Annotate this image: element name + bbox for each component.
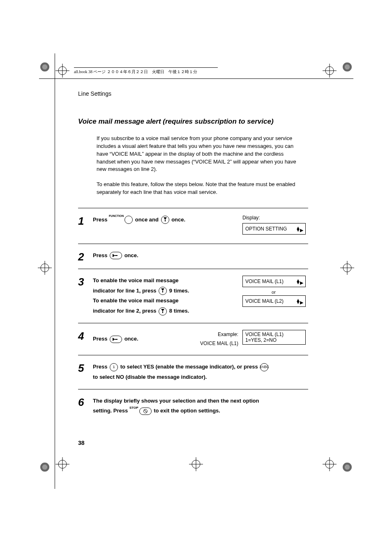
text: once. — [125, 336, 138, 342]
step-3: 3 To enable the voice mail message indic… — [78, 269, 308, 323]
step-1: 1 Press FUNCTION once and once. Display:… — [78, 208, 308, 244]
step-display: VOICE MAIL (L1) 1=YES, 2=NO — [242, 330, 308, 347]
display-text: VOICE MAIL (L1) — [245, 279, 284, 284]
step-instruction: Press 1 to select YES (enable the messag… — [93, 362, 308, 382]
right-arrow-key-icon — [110, 336, 122, 343]
intro-paragraph-1: If you subscribe to a voice mail service… — [97, 135, 302, 173]
text: once and — [135, 216, 160, 223]
step-instruction: The display briefly shows your selection… — [93, 396, 308, 416]
example-value: VOICE MAIL (L1) — [193, 339, 238, 348]
keypad-2-icon: 2ABC — [260, 363, 268, 371]
corner-mark-bl — [40, 463, 49, 472]
display-text: 1=YES, 2=NO — [245, 337, 303, 343]
registration-mark — [323, 64, 337, 78]
down-arrow-key-icon — [159, 287, 167, 295]
step-4: 4 Press once. Example: VOICE MAIL (L1) V… — [78, 323, 308, 356]
text: once. — [125, 252, 138, 258]
nav-arrows-icon: ▲▼▶ — [296, 279, 303, 284]
down-arrow-key-icon — [159, 307, 167, 315]
corner-mark-tl — [40, 62, 49, 71]
lcd-display-box: VOICE MAIL (L1) ▲▼▶ — [242, 276, 306, 287]
registration-mark — [189, 457, 203, 471]
corner-mark-tr — [343, 62, 352, 71]
display-text: VOICE MAIL (L2) — [245, 298, 284, 304]
source-meta-line: all.book 38 ページ ２００４年６月２２日 火曜日 午後１２時１分 — [74, 67, 218, 75]
step-number: 1 — [78, 215, 93, 226]
page-number: 38 — [78, 440, 85, 446]
registration-mark — [323, 457, 337, 471]
down-arrow-key-icon — [161, 216, 169, 224]
text: 9 times. — [169, 288, 189, 294]
nav-arrows-icon: ▲▼▶ — [296, 226, 303, 231]
page-content: Line Settings Voice mail message alert (… — [78, 90, 308, 423]
steps-list: 1 Press FUNCTION once and once. Display:… — [78, 208, 308, 423]
text: indicator for line 1, press — [93, 288, 158, 294]
registration-mark — [340, 261, 354, 275]
text: To enable the voice mail message — [93, 296, 242, 306]
step-5: 5 Press 1 to select YES (enable the mess… — [78, 355, 308, 389]
step-instruction: Press once. Example: VOICE MAIL (L1) — [93, 330, 242, 349]
or-label: or — [242, 290, 305, 295]
display-text: OPTION SETTING — [245, 226, 287, 232]
step-6: 6 The display briefly shows your selecti… — [78, 389, 308, 423]
crop-line — [55, 53, 55, 489]
example-block: Example: VOICE MAIL (L1) — [193, 330, 242, 349]
step-number: 3 — [78, 276, 93, 287]
step-instruction: Press once. — [93, 251, 242, 261]
text: 8 times. — [169, 308, 189, 314]
registration-mark — [55, 64, 69, 78]
text: to exit the option settings. — [154, 408, 220, 414]
step-instruction: Press FUNCTION once and once. — [93, 215, 242, 225]
text: setting. Press — [93, 408, 129, 414]
text: Press — [93, 252, 109, 258]
intro-paragraph-2: To enable this feature, follow the steps… — [97, 181, 302, 196]
step-display: VOICE MAIL (L1) ▲▼▶ or VOICE MAIL (L2) ▲… — [242, 276, 308, 309]
right-arrow-key-icon — [110, 252, 122, 259]
stop-key-icon — [139, 408, 152, 415]
function-key-icon — [125, 216, 133, 224]
lcd-display-box: VOICE MAIL (L2) ▲▼▶ — [242, 295, 306, 307]
display-label: Display: — [242, 215, 308, 221]
text: to select YES (enable the message indica… — [120, 364, 260, 370]
step-number: 2 — [78, 251, 93, 262]
lcd-display-box: VOICE MAIL (L1) 1=YES, 2=NO — [242, 330, 306, 345]
display-text: VOICE MAIL (L1) — [245, 332, 303, 337]
registration-mark — [38, 261, 52, 275]
text: Press — [93, 336, 109, 342]
stop-key-label: STOP — [129, 405, 138, 411]
text: To enable the voice mail message — [93, 276, 242, 286]
nav-arrows-icon: ▲▼▶ — [296, 299, 303, 304]
registration-mark — [55, 457, 69, 471]
example-label: Example: — [193, 330, 238, 339]
text: The display briefly shows your selection… — [93, 396, 308, 406]
step-number: 6 — [78, 396, 93, 408]
step-number: 4 — [78, 330, 93, 341]
crop-line — [39, 78, 353, 79]
corner-mark-br — [343, 463, 352, 472]
text: once. — [171, 216, 185, 223]
running-header: Line Settings — [78, 90, 308, 97]
keypad-1-icon: 1 — [110, 363, 118, 371]
function-key-label: FUNCTION — [109, 213, 124, 219]
section-heading: Voice mail message alert (requires subsc… — [78, 117, 308, 126]
step-number: 5 — [78, 362, 93, 373]
text: Press — [93, 364, 109, 370]
text: to select NO (disable the message indica… — [93, 372, 308, 382]
step-instruction: To enable the voice mail message indicat… — [93, 276, 242, 316]
text: Press — [93, 216, 109, 223]
lcd-display-box: OPTION SETTING ▲▼▶ — [242, 223, 306, 235]
step-2: 2 Press once. — [78, 244, 308, 269]
text: indicator for line 2, press — [93, 308, 158, 314]
step-display: Display: OPTION SETTING ▲▼▶ — [242, 215, 308, 237]
